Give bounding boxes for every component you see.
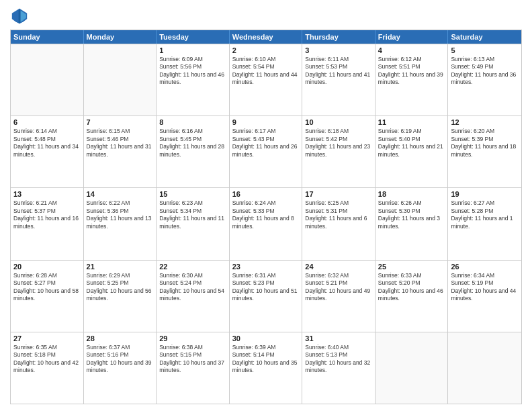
calendar-cell: 18Sunrise: 6:26 AM Sunset: 5:30 PM Dayli… — [375, 188, 449, 259]
calendar-cell: 4Sunrise: 6:12 AM Sunset: 5:51 PM Daylig… — [375, 44, 449, 116]
day-number: 16 — [232, 190, 300, 198]
weekday-header: Saturday — [448, 30, 521, 44]
cell-info: Sunrise: 6:15 AM Sunset: 5:46 PM Dayligh… — [87, 128, 154, 158]
weekday-header: Wednesday — [230, 30, 303, 44]
calendar-cell: 16Sunrise: 6:24 AM Sunset: 5:33 PM Dayli… — [230, 188, 303, 259]
calendar-cell: 2Sunrise: 6:10 AM Sunset: 5:54 PM Daylig… — [230, 44, 303, 116]
calendar-cell: 20Sunrise: 6:28 AM Sunset: 5:27 PM Dayli… — [11, 261, 84, 332]
calendar-cell: 6Sunrise: 6:14 AM Sunset: 5:48 PM Daylig… — [11, 116, 84, 187]
cell-info: Sunrise: 6:13 AM Sunset: 5:49 PM Dayligh… — [451, 56, 519, 87]
day-number: 29 — [159, 334, 226, 342]
cell-info: Sunrise: 6:37 AM Sunset: 5:16 PM Dayligh… — [87, 344, 154, 375]
day-number: 12 — [451, 118, 519, 126]
calendar-row: 6Sunrise: 6:14 AM Sunset: 5:48 PM Daylig… — [11, 116, 521, 187]
calendar-cell: 5Sunrise: 6:13 AM Sunset: 5:49 PM Daylig… — [448, 44, 521, 116]
cell-info: Sunrise: 6:25 AM Sunset: 5:31 PM Dayligh… — [305, 199, 372, 230]
day-number: 11 — [378, 118, 445, 126]
day-number: 7 — [87, 118, 154, 126]
calendar-cell: 24Sunrise: 6:32 AM Sunset: 5:21 PM Dayli… — [302, 261, 375, 332]
day-number: 13 — [13, 190, 81, 198]
cell-info: Sunrise: 6:19 AM Sunset: 5:40 PM Dayligh… — [378, 128, 445, 158]
calendar-cell: 15Sunrise: 6:23 AM Sunset: 5:34 PM Dayli… — [157, 188, 230, 259]
day-number: 25 — [378, 263, 445, 271]
day-number: 1 — [159, 46, 226, 54]
cell-info: Sunrise: 6:09 AM Sunset: 5:56 PM Dayligh… — [159, 56, 226, 87]
calendar-cell: 17Sunrise: 6:25 AM Sunset: 5:31 PM Dayli… — [302, 188, 375, 259]
weekday-header: Friday — [375, 30, 449, 44]
cell-info: Sunrise: 6:28 AM Sunset: 5:27 PM Dayligh… — [13, 272, 81, 303]
day-number: 27 — [13, 334, 81, 342]
calendar-row: 20Sunrise: 6:28 AM Sunset: 5:27 PM Dayli… — [11, 260, 521, 332]
day-number: 19 — [451, 190, 519, 198]
cell-info: Sunrise: 6:39 AM Sunset: 5:14 PM Dayligh… — [232, 344, 300, 375]
calendar-cell: 14Sunrise: 6:22 AM Sunset: 5:36 PM Dayli… — [84, 188, 157, 259]
page: SundayMondayTuesdayWednesdayThursdayFrid… — [0, 0, 532, 411]
cell-info: Sunrise: 6:26 AM Sunset: 5:30 PM Dayligh… — [378, 199, 445, 230]
day-number: 10 — [305, 118, 372, 126]
cell-info: Sunrise: 6:24 AM Sunset: 5:33 PM Dayligh… — [232, 199, 300, 230]
cell-info: Sunrise: 6:30 AM Sunset: 5:24 PM Dayligh… — [159, 272, 226, 303]
cell-info: Sunrise: 6:27 AM Sunset: 5:28 PM Dayligh… — [451, 199, 519, 230]
day-number: 9 — [232, 118, 300, 126]
calendar-row: 1Sunrise: 6:09 AM Sunset: 5:56 PM Daylig… — [11, 44, 521, 116]
calendar-cell: 8Sunrise: 6:16 AM Sunset: 5:45 PM Daylig… — [157, 116, 230, 187]
logo — [10, 7, 30, 26]
day-number: 8 — [159, 118, 226, 126]
day-number: 21 — [87, 263, 154, 271]
day-number: 3 — [305, 46, 372, 54]
cell-info: Sunrise: 6:12 AM Sunset: 5:51 PM Dayligh… — [378, 56, 445, 87]
calendar-cell: 3Sunrise: 6:11 AM Sunset: 5:53 PM Daylig… — [302, 44, 375, 116]
day-number: 24 — [305, 263, 372, 271]
calendar-cell: 12Sunrise: 6:20 AM Sunset: 5:39 PM Dayli… — [448, 116, 521, 187]
day-number: 5 — [451, 46, 519, 54]
day-number: 18 — [378, 190, 445, 198]
calendar-cell: 27Sunrise: 6:35 AM Sunset: 5:18 PM Dayli… — [11, 332, 84, 404]
calendar-cell: 28Sunrise: 6:37 AM Sunset: 5:16 PM Dayli… — [84, 332, 157, 404]
calendar-cell: 23Sunrise: 6:31 AM Sunset: 5:23 PM Dayli… — [230, 261, 303, 332]
cell-info: Sunrise: 6:40 AM Sunset: 5:13 PM Dayligh… — [305, 344, 372, 375]
empty-cell — [375, 332, 449, 404]
day-number: 2 — [232, 46, 300, 54]
calendar-cell: 21Sunrise: 6:29 AM Sunset: 5:25 PM Dayli… — [84, 261, 157, 332]
calendar-cell: 30Sunrise: 6:39 AM Sunset: 5:14 PM Dayli… — [230, 332, 303, 404]
day-number: 20 — [13, 263, 81, 271]
cell-info: Sunrise: 6:22 AM Sunset: 5:36 PM Dayligh… — [87, 199, 154, 230]
cell-info: Sunrise: 6:20 AM Sunset: 5:39 PM Dayligh… — [451, 128, 519, 158]
calendar-cell: 7Sunrise: 6:15 AM Sunset: 5:46 PM Daylig… — [84, 116, 157, 187]
calendar-header-row: SundayMondayTuesdayWednesdayThursdayFrid… — [11, 30, 521, 44]
weekday-header: Sunday — [11, 30, 84, 44]
cell-info: Sunrise: 6:10 AM Sunset: 5:54 PM Dayligh… — [232, 56, 300, 87]
calendar-cell: 10Sunrise: 6:18 AM Sunset: 5:42 PM Dayli… — [302, 116, 375, 187]
cell-info: Sunrise: 6:18 AM Sunset: 5:42 PM Dayligh… — [305, 128, 372, 158]
cell-info: Sunrise: 6:14 AM Sunset: 5:48 PM Dayligh… — [13, 128, 81, 158]
empty-cell — [448, 332, 521, 404]
logo-icon — [10, 7, 29, 26]
day-number: 6 — [13, 118, 81, 126]
cell-info: Sunrise: 6:23 AM Sunset: 5:34 PM Dayligh… — [159, 199, 226, 230]
calendar-cell: 13Sunrise: 6:21 AM Sunset: 5:37 PM Dayli… — [11, 188, 84, 259]
weekday-header: Monday — [84, 30, 157, 44]
calendar-cell: 9Sunrise: 6:17 AM Sunset: 5:43 PM Daylig… — [230, 116, 303, 187]
cell-info: Sunrise: 6:35 AM Sunset: 5:18 PM Dayligh… — [13, 344, 81, 375]
cell-info: Sunrise: 6:16 AM Sunset: 5:45 PM Dayligh… — [159, 128, 226, 158]
cell-info: Sunrise: 6:17 AM Sunset: 5:43 PM Dayligh… — [232, 128, 300, 158]
cell-info: Sunrise: 6:29 AM Sunset: 5:25 PM Dayligh… — [87, 272, 154, 303]
calendar-cell: 22Sunrise: 6:30 AM Sunset: 5:24 PM Dayli… — [157, 261, 230, 332]
calendar-cell: 19Sunrise: 6:27 AM Sunset: 5:28 PM Dayli… — [448, 188, 521, 259]
day-number: 23 — [232, 263, 300, 271]
cell-info: Sunrise: 6:21 AM Sunset: 5:37 PM Dayligh… — [13, 199, 81, 230]
empty-cell — [11, 44, 84, 116]
day-number: 26 — [451, 263, 519, 271]
cell-info: Sunrise: 6:11 AM Sunset: 5:53 PM Dayligh… — [305, 56, 372, 87]
calendar-cell: 29Sunrise: 6:38 AM Sunset: 5:15 PM Dayli… — [157, 332, 230, 404]
header — [10, 7, 522, 26]
day-number: 30 — [232, 334, 300, 342]
cell-info: Sunrise: 6:32 AM Sunset: 5:21 PM Dayligh… — [305, 272, 372, 303]
day-number: 31 — [305, 334, 372, 342]
calendar-body: 1Sunrise: 6:09 AM Sunset: 5:56 PM Daylig… — [11, 44, 521, 404]
weekday-header: Tuesday — [157, 30, 230, 44]
day-number: 15 — [159, 190, 226, 198]
cell-info: Sunrise: 6:34 AM Sunset: 5:19 PM Dayligh… — [451, 272, 519, 303]
day-number: 4 — [378, 46, 445, 54]
empty-cell — [84, 44, 157, 116]
